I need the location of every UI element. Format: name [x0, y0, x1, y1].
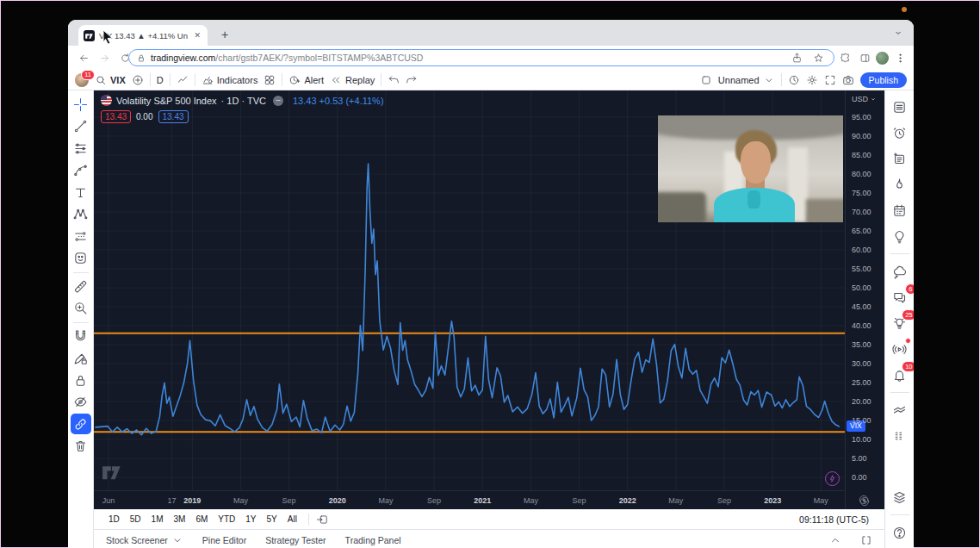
save-layout-checkbox[interactable]: [700, 74, 712, 86]
panel-tab-strategy-tester[interactable]: Strategy Tester: [265, 534, 326, 546]
go-to-date-icon[interactable]: [316, 514, 328, 526]
compare-button[interactable]: [132, 74, 144, 86]
curve-tool[interactable]: [71, 160, 91, 181]
quick-action-lightning-button[interactable]: [825, 471, 840, 486]
tab-close-icon[interactable]: ✕: [192, 31, 202, 40]
fullscreen-icon[interactable]: [824, 74, 836, 86]
bookmark-star-icon[interactable]: [809, 49, 827, 66]
settings-gear-icon[interactable]: [806, 74, 818, 86]
tab-search-chevron-icon[interactable]: [893, 28, 903, 38]
panel-tab-stock-screener[interactable]: Stock Screener: [106, 534, 183, 546]
notes-sidebar-button[interactable]: [890, 149, 909, 168]
redo-button[interactable]: [406, 74, 418, 86]
new-tab-button[interactable]: +: [216, 26, 233, 43]
magnet-tool[interactable]: [71, 326, 91, 346]
range-6m-button[interactable]: 6M: [191, 513, 212, 526]
range-1d-button[interactable]: 1D: [104, 513, 124, 526]
fib-retracement-tool[interactable]: [71, 138, 91, 159]
url-bar[interactable]: tradingview.com/chart/gstb7AEK/?symbol=B…: [128, 49, 834, 66]
browser-tab[interactable]: VIX 13.43 ▲ +4.11% Unnamed ✕: [78, 25, 208, 46]
range-1m-button[interactable]: 1M: [147, 513, 168, 526]
snapshot-camera-icon[interactable]: [842, 74, 854, 86]
watchlist-icon: [892, 100, 907, 115]
watchlist-sidebar-button[interactable]: [890, 97, 909, 116]
streams-sidebar-button[interactable]: [890, 339, 909, 358]
notifications-sidebar-button[interactable]: 10: [890, 365, 909, 384]
replay-button[interactable]: Replay: [330, 74, 375, 86]
forecast-tool[interactable]: [71, 226, 91, 246]
lock-all-tool[interactable]: [71, 370, 91, 390]
range-all-button[interactable]: All: [283, 513, 301, 526]
mind-blown-sidebar-button[interactable]: 25: [890, 314, 909, 333]
expand-panel-icon[interactable]: [829, 534, 841, 546]
alerts-sidebar-button[interactable]: [890, 123, 909, 142]
time-axis[interactable]: Jun172019MaySep2020MaySep2021MaySep2022M…: [94, 490, 845, 509]
share-icon[interactable]: [788, 49, 805, 66]
range-5d-button[interactable]: 5D: [126, 513, 146, 526]
interval-button[interactable]: D: [157, 75, 164, 85]
timezone-settings-icon[interactable]: [859, 495, 871, 508]
layout-name-menu[interactable]: Unnamed: [718, 74, 775, 86]
drawing-lock-tool[interactable]: [71, 348, 91, 369]
time-tick: Jun: [102, 496, 115, 505]
hide-all-tool[interactable]: [71, 392, 91, 413]
text-tool[interactable]: [71, 182, 91, 202]
time-tick: 2023: [764, 496, 781, 505]
back-button[interactable]: [75, 49, 92, 66]
chat-sidebar-button[interactable]: [890, 262, 909, 281]
publish-button[interactable]: Publish: [860, 72, 907, 88]
emoji-tool[interactable]: [71, 248, 91, 269]
layers-sidebar-button[interactable]: [890, 488, 909, 507]
chart-pane[interactable]: Volatility S&P 500 Index · 1D · TVC – 13…: [94, 90, 845, 490]
range-3m-button[interactable]: 3M: [170, 513, 190, 526]
panel-tab-pine-editor[interactable]: Pine Editor: [202, 534, 246, 546]
xabcd-pattern-tool[interactable]: [71, 204, 91, 225]
replay-label: Replay: [345, 75, 375, 85]
indicators-button[interactable]: Indicators: [202, 74, 258, 86]
symbol-search[interactable]: VIX: [95, 74, 126, 86]
help-icon: [892, 526, 907, 540]
layout-history-icon[interactable]: [788, 74, 800, 86]
time-tick: 2021: [474, 496, 491, 505]
undo-button[interactable]: [388, 74, 400, 86]
chart-type-button[interactable]: [177, 74, 189, 86]
alert-button[interactable]: Alert: [288, 74, 324, 86]
restore-panel-icon[interactable]: [860, 534, 872, 546]
right-sidebar: 62510: [884, 90, 914, 548]
price-tick: 30.00: [852, 359, 871, 368]
user-avatar[interactable]: 11: [75, 73, 89, 87]
ideas-sidebar-button[interactable]: [890, 227, 909, 246]
price-tick: 75.00: [852, 189, 871, 197]
range-ytd-button[interactable]: YTD: [214, 513, 239, 526]
range-1y-button[interactable]: 1Y: [241, 513, 260, 526]
price-axis[interactable]: USD VIX 95.0090.0085.0080.0075.0070.0065…: [845, 90, 884, 509]
alerts-icon: [892, 126, 907, 140]
help-sidebar-button[interactable]: [890, 523, 909, 542]
private-chats-sidebar-button[interactable]: 6: [890, 288, 909, 307]
notes-icon: [892, 152, 907, 166]
hotlists-sidebar-button[interactable]: [890, 175, 909, 194]
side-panel-icon[interactable]: [856, 49, 873, 66]
sync-drawings-tool[interactable]: [71, 414, 91, 434]
multichart-layout-button[interactable]: [264, 74, 276, 86]
remove-drawings-tool[interactable]: [71, 436, 91, 457]
range-5y-button[interactable]: 5Y: [263, 513, 282, 526]
zoom-in-tool[interactable]: [71, 298, 91, 319]
dom-sidebar-button[interactable]: [890, 427, 909, 445]
extensions-icon[interactable]: [836, 49, 853, 66]
trend-line-tool[interactable]: [71, 116, 91, 137]
browser-menu-icon[interactable]: [891, 49, 909, 66]
legend-title[interactable]: Volatility S&P 500 Index: [116, 96, 217, 106]
price-tick: 80.00: [852, 170, 871, 178]
chrome-profile-avatar[interactable]: [876, 52, 889, 65]
legend-meta[interactable]: · 1D · TVC: [221, 96, 266, 106]
crosshair-tool[interactable]: [71, 94, 91, 115]
forward-button[interactable]: [96, 49, 113, 66]
object-tree-sidebar-button[interactable]: [890, 401, 909, 420]
panel-tab-trading-panel[interactable]: Trading Panel: [345, 534, 401, 546]
measure-tool[interactable]: [71, 276, 91, 296]
hide-symbol-icon[interactable]: –: [273, 96, 283, 106]
clock-label[interactable]: 09:11:18 (UTC-5): [799, 514, 869, 525]
currency-toggle[interactable]: USD: [852, 95, 877, 103]
calendar-sidebar-button[interactable]: [890, 201, 909, 220]
